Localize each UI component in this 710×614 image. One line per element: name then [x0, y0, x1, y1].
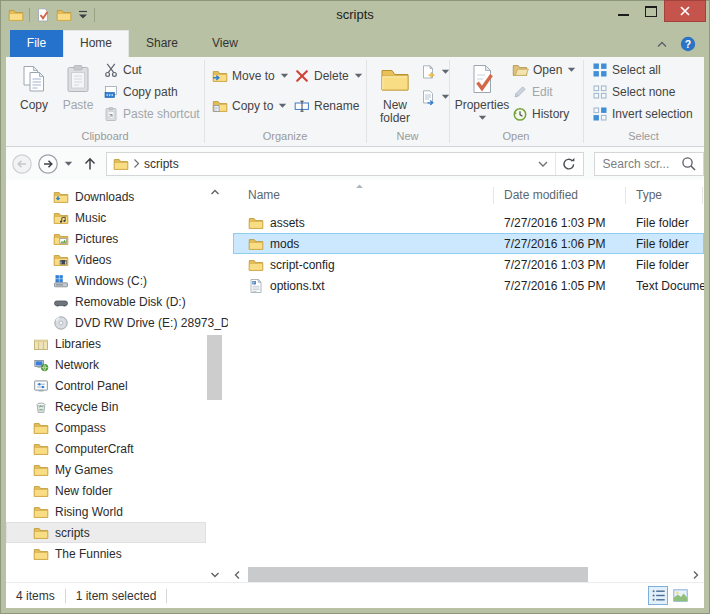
help-icon[interactable]: ?: [680, 36, 696, 52]
scroll-up-icon[interactable]: [210, 188, 220, 196]
new-folder-button[interactable]: New folder: [372, 60, 418, 125]
maximize-button[interactable]: [637, 0, 664, 22]
scroll-right-icon[interactable]: [692, 570, 700, 580]
sidebar-item-label: Music: [75, 211, 106, 225]
tab-file[interactable]: File: [10, 30, 63, 57]
scrollbar-thumb[interactable]: [207, 335, 222, 400]
sidebar-item-label: Windows (C:): [75, 274, 147, 288]
recent-locations-icon[interactable]: [64, 160, 73, 168]
breadcrumb-chevron-icon[interactable]: [132, 158, 141, 169]
breadcrumb-segment[interactable]: scripts: [144, 157, 179, 171]
column-header-name[interactable]: Name: [248, 185, 280, 206]
history-button[interactable]: History: [512, 103, 569, 125]
group-label-organize: Organize: [204, 129, 366, 144]
ribbon: Copy Paste Cut Copy path Paste shortcut …: [6, 57, 704, 147]
copy-button[interactable]: Copy: [12, 60, 56, 112]
file-row-script-config[interactable]: script-config7/27/2016 1:03 PMFile folde…: [233, 254, 704, 275]
sidebar-item-control-panel[interactable]: Control Panel: [6, 375, 206, 396]
recycle-bin-icon: [33, 399, 49, 415]
cut-icon: [103, 62, 119, 78]
easy-access-button[interactable]: [420, 86, 450, 108]
scroll-down-icon[interactable]: [210, 571, 220, 579]
sidebar-item-rising-world[interactable]: Rising World: [6, 501, 206, 522]
location-folder-icon: [113, 156, 129, 172]
sidebar-item-pictures[interactable]: Pictures: [6, 228, 206, 249]
open-button[interactable]: Open: [512, 59, 576, 81]
new-folder-icon: [379, 62, 411, 96]
sidebar-item-removable-disk-d-[interactable]: Removable Disk (D:): [6, 291, 206, 312]
sidebar-item-music[interactable]: Music: [6, 207, 206, 228]
folder-videos-icon: [53, 252, 69, 268]
horizontal-scrollbar[interactable]: [228, 566, 704, 583]
search-box[interactable]: Search scr...: [594, 152, 704, 176]
sidebar-item-scripts[interactable]: scripts: [6, 522, 206, 543]
move-to-button[interactable]: Move to: [212, 65, 289, 87]
column-header-date[interactable]: Date modified: [504, 185, 578, 206]
refresh-button[interactable]: [556, 153, 583, 175]
tab-home[interactable]: Home: [63, 30, 129, 57]
sidebar-item-network[interactable]: Network: [6, 354, 206, 375]
folder-icon[interactable]: [8, 7, 24, 23]
sidebar-item-the-funnies[interactable]: The Funnies: [6, 543, 206, 564]
address-dropdown-icon[interactable]: [537, 159, 549, 169]
minimize-button[interactable]: [610, 0, 637, 22]
back-button[interactable]: [12, 154, 32, 174]
file-name: mods: [270, 237, 299, 251]
minimize-ribbon-icon[interactable]: [656, 39, 668, 49]
tab-share[interactable]: Share: [129, 30, 195, 57]
close-button[interactable]: [664, 0, 706, 22]
sidebar-item-label: scripts: [55, 526, 90, 540]
scrollbar-thumb[interactable]: [248, 567, 588, 582]
rename-button[interactable]: Rename: [294, 95, 359, 117]
select-none-icon: [592, 84, 608, 100]
delete-button[interactable]: Delete: [294, 65, 363, 87]
sidebar-item-recycle-bin[interactable]: Recycle Bin: [6, 396, 206, 417]
copy-to-button[interactable]: Copy to: [212, 95, 287, 117]
file-row-mods[interactable]: mods7/27/2016 1:06 PMFile folder: [233, 233, 704, 254]
search-icon[interactable]: [681, 156, 696, 171]
main-area: DownloadsMusicPicturesVideosWindows (C:)…: [6, 180, 704, 583]
sidebar-item-new-folder[interactable]: New folder: [6, 480, 206, 501]
delete-icon: [294, 68, 310, 84]
properties-button[interactable]: Properties: [456, 60, 508, 122]
file-row-options-txt[interactable]: options.txt7/27/2016 1:05 PMText Documen…: [233, 275, 704, 296]
copy-path-button[interactable]: Copy path: [103, 81, 178, 103]
up-button[interactable]: [82, 156, 98, 172]
sidebar-item-compass[interactable]: Compass: [6, 417, 206, 438]
sidebar-item-downloads[interactable]: Downloads: [6, 186, 206, 207]
window-title: scripts: [120, 0, 590, 30]
customize-toolbar-icon[interactable]: [77, 10, 89, 20]
properties-icon[interactable]: [35, 7, 51, 23]
invert-selection-button[interactable]: Invert selection: [592, 103, 693, 125]
sidebar-item-label: Rising World: [55, 505, 123, 519]
tab-view[interactable]: View: [195, 30, 255, 57]
cut-button[interactable]: Cut: [103, 59, 142, 81]
sidebar-item-libraries[interactable]: Libraries: [6, 333, 206, 354]
paste-button[interactable]: Paste: [56, 60, 100, 112]
sidebar-scrollbar[interactable]: [206, 180, 223, 583]
chevron-down-icon: [478, 114, 487, 122]
file-date-modified: 7/27/2016 1:06 PM: [504, 237, 605, 251]
select-all-button[interactable]: Select all: [592, 59, 661, 81]
sidebar-item-computercraft[interactable]: ComputerCraft: [6, 438, 206, 459]
sidebar-item-dvd-rw-drive-e-28973-df[interactable]: DVD RW Drive (E:) 28973_DF: [6, 312, 206, 333]
sort-ascending-icon: [355, 183, 364, 189]
thumbnails-view-button[interactable]: [670, 586, 690, 605]
scroll-left-icon[interactable]: [233, 570, 241, 580]
folder-icon: [33, 483, 49, 499]
file-row-assets[interactable]: assets7/27/2016 1:03 PMFile folder: [233, 212, 704, 233]
select-none-button[interactable]: Select none: [592, 81, 675, 103]
sidebar-item-videos[interactable]: Videos: [6, 249, 206, 270]
forward-button[interactable]: [38, 154, 58, 174]
folder-icon: [248, 257, 264, 273]
address-box[interactable]: scripts: [106, 152, 584, 176]
details-view-button[interactable]: [648, 586, 668, 605]
drive-removable-icon: [53, 294, 69, 310]
new-item-button[interactable]: [420, 61, 450, 83]
new-folder-icon[interactable]: [56, 7, 72, 23]
paste-shortcut-button[interactable]: Paste shortcut: [103, 103, 200, 125]
sidebar-item-my-games[interactable]: My Games: [6, 459, 206, 480]
column-header-type[interactable]: Type: [636, 185, 662, 206]
edit-button[interactable]: Edit: [512, 81, 553, 103]
sidebar-item-windows-c-[interactable]: Windows (C:): [6, 270, 206, 291]
